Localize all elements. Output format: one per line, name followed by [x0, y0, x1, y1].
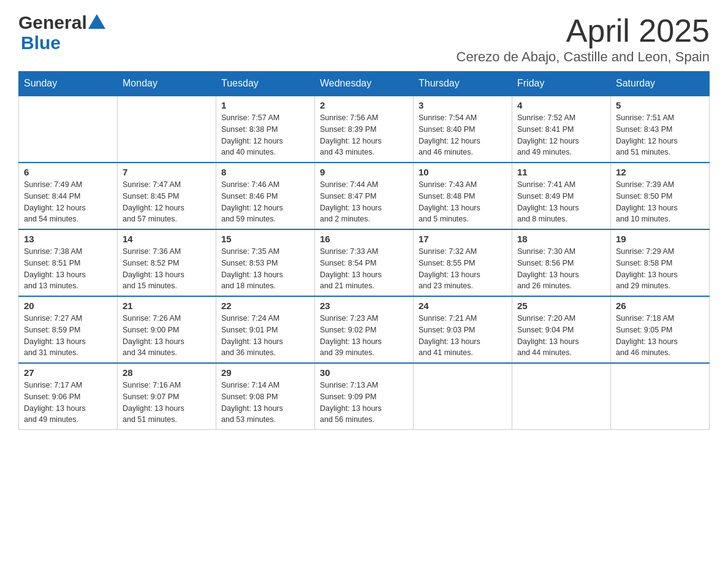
calendar-cell: 11Sunrise: 7:41 AM Sunset: 8:49 PM Dayli…	[512, 163, 611, 229]
calendar-cell: 18Sunrise: 7:30 AM Sunset: 8:56 PM Dayli…	[512, 229, 611, 296]
day-info: Sunrise: 7:46 AM Sunset: 8:46 PM Dayligh…	[221, 179, 309, 225]
page-header: GeneralBlue April 2025 Cerezo de Abajo, …	[18, 12, 710, 65]
calendar-cell: 1Sunrise: 7:57 AM Sunset: 8:38 PM Daylig…	[216, 96, 315, 163]
calendar-cell: 8Sunrise: 7:46 AM Sunset: 8:46 PM Daylig…	[216, 163, 315, 229]
svg-marker-0	[88, 14, 105, 29]
day-info: Sunrise: 7:54 AM Sunset: 8:40 PM Dayligh…	[419, 112, 507, 158]
logo-blue-text: Blue	[18, 33, 61, 53]
calendar-cell: 13Sunrise: 7:38 AM Sunset: 8:51 PM Dayli…	[19, 229, 118, 296]
calendar-cell	[19, 96, 118, 163]
day-info: Sunrise: 7:14 AM Sunset: 9:08 PM Dayligh…	[221, 380, 309, 426]
day-info: Sunrise: 7:18 AM Sunset: 9:05 PM Dayligh…	[616, 313, 704, 359]
day-number: 26	[616, 301, 704, 311]
day-info: Sunrise: 7:33 AM Sunset: 8:54 PM Dayligh…	[320, 246, 408, 292]
calendar-header-row: SundayMondayTuesdayWednesdayThursdayFrid…	[19, 72, 710, 96]
calendar-cell: 21Sunrise: 7:26 AM Sunset: 9:00 PM Dayli…	[118, 296, 216, 363]
day-info: Sunrise: 7:30 AM Sunset: 8:56 PM Dayligh…	[517, 246, 605, 292]
day-number: 30	[320, 367, 408, 378]
day-number: 17	[419, 234, 507, 244]
day-info: Sunrise: 7:39 AM Sunset: 8:50 PM Dayligh…	[616, 179, 704, 225]
calendar-cell	[414, 363, 512, 430]
column-header-monday: Monday	[118, 72, 216, 96]
day-info: Sunrise: 7:35 AM Sunset: 8:53 PM Dayligh…	[221, 246, 309, 292]
calendar-cell: 2Sunrise: 7:56 AM Sunset: 8:39 PM Daylig…	[315, 96, 414, 163]
day-info: Sunrise: 7:56 AM Sunset: 8:39 PM Dayligh…	[320, 112, 408, 158]
calendar-cell: 9Sunrise: 7:44 AM Sunset: 8:47 PM Daylig…	[315, 163, 414, 229]
day-info: Sunrise: 7:24 AM Sunset: 9:01 PM Dayligh…	[221, 313, 309, 359]
day-number: 27	[24, 367, 112, 378]
day-info: Sunrise: 7:38 AM Sunset: 8:51 PM Dayligh…	[24, 246, 112, 292]
day-info: Sunrise: 7:47 AM Sunset: 8:45 PM Dayligh…	[123, 179, 211, 225]
calendar-cell: 6Sunrise: 7:49 AM Sunset: 8:44 PM Daylig…	[19, 163, 118, 229]
location-title: Cerezo de Abajo, Castille and Leon, Spai…	[457, 49, 710, 65]
week-row-5: 27Sunrise: 7:17 AM Sunset: 9:06 PM Dayli…	[19, 363, 710, 430]
day-number: 14	[123, 234, 211, 244]
day-number: 10	[419, 167, 507, 177]
calendar-cell: 29Sunrise: 7:14 AM Sunset: 9:08 PM Dayli…	[216, 363, 315, 430]
week-row-3: 13Sunrise: 7:38 AM Sunset: 8:51 PM Dayli…	[19, 229, 710, 296]
day-number: 7	[123, 167, 211, 177]
day-number: 9	[320, 167, 408, 177]
day-info: Sunrise: 7:44 AM Sunset: 8:47 PM Dayligh…	[320, 179, 408, 225]
day-info: Sunrise: 7:29 AM Sunset: 8:58 PM Dayligh…	[616, 246, 704, 292]
week-row-4: 20Sunrise: 7:27 AM Sunset: 8:59 PM Dayli…	[19, 296, 710, 363]
calendar-cell: 25Sunrise: 7:20 AM Sunset: 9:04 PM Dayli…	[512, 296, 611, 363]
day-number: 6	[24, 167, 112, 177]
day-number: 20	[24, 301, 112, 311]
month-title: April 2025	[457, 12, 710, 49]
day-info: Sunrise: 7:57 AM Sunset: 8:38 PM Dayligh…	[221, 112, 309, 158]
day-number: 12	[616, 167, 704, 177]
calendar-cell: 19Sunrise: 7:29 AM Sunset: 8:58 PM Dayli…	[611, 229, 710, 296]
calendar-cell: 16Sunrise: 7:33 AM Sunset: 8:54 PM Dayli…	[315, 229, 414, 296]
week-row-2: 6Sunrise: 7:49 AM Sunset: 8:44 PM Daylig…	[19, 163, 710, 229]
day-number: 4	[517, 100, 605, 110]
calendar-cell	[118, 96, 216, 163]
day-info: Sunrise: 7:49 AM Sunset: 8:44 PM Dayligh…	[24, 179, 112, 225]
calendar-cell: 3Sunrise: 7:54 AM Sunset: 8:40 PM Daylig…	[414, 96, 512, 163]
calendar-cell: 17Sunrise: 7:32 AM Sunset: 8:55 PM Dayli…	[414, 229, 512, 296]
calendar-cell: 22Sunrise: 7:24 AM Sunset: 9:01 PM Dayli…	[216, 296, 315, 363]
calendar-cell: 26Sunrise: 7:18 AM Sunset: 9:05 PM Dayli…	[611, 296, 710, 363]
calendar-cell: 30Sunrise: 7:13 AM Sunset: 9:09 PM Dayli…	[315, 363, 414, 430]
day-info: Sunrise: 7:52 AM Sunset: 8:41 PM Dayligh…	[517, 112, 605, 158]
day-number: 16	[320, 234, 408, 244]
day-info: Sunrise: 7:20 AM Sunset: 9:04 PM Dayligh…	[517, 313, 605, 359]
day-number: 18	[517, 234, 605, 244]
day-number: 2	[320, 100, 408, 110]
day-info: Sunrise: 7:41 AM Sunset: 8:49 PM Dayligh…	[517, 179, 605, 225]
day-info: Sunrise: 7:13 AM Sunset: 9:09 PM Dayligh…	[320, 380, 408, 426]
logo: GeneralBlue	[18, 12, 107, 53]
logo-triangle-icon	[87, 13, 107, 33]
day-number: 5	[616, 100, 704, 110]
column-header-sunday: Sunday	[19, 72, 118, 96]
calendar-cell: 28Sunrise: 7:16 AM Sunset: 9:07 PM Dayli…	[118, 363, 216, 430]
calendar-cell: 27Sunrise: 7:17 AM Sunset: 9:06 PM Dayli…	[19, 363, 118, 430]
day-number: 21	[123, 301, 211, 311]
day-number: 11	[517, 167, 605, 177]
day-number: 23	[320, 301, 408, 311]
day-number: 25	[517, 301, 605, 311]
column-header-thursday: Thursday	[414, 72, 512, 96]
day-number: 24	[419, 301, 507, 311]
day-info: Sunrise: 7:26 AM Sunset: 9:00 PM Dayligh…	[123, 313, 211, 359]
day-info: Sunrise: 7:27 AM Sunset: 8:59 PM Dayligh…	[24, 313, 112, 359]
calendar-cell: 24Sunrise: 7:21 AM Sunset: 9:03 PM Dayli…	[414, 296, 512, 363]
calendar-cell: 14Sunrise: 7:36 AM Sunset: 8:52 PM Dayli…	[118, 229, 216, 296]
day-info: Sunrise: 7:51 AM Sunset: 8:43 PM Dayligh…	[616, 112, 704, 158]
column-header-saturday: Saturday	[611, 72, 710, 96]
title-block: April 2025 Cerezo de Abajo, Castille and…	[457, 12, 710, 65]
column-header-tuesday: Tuesday	[216, 72, 315, 96]
day-number: 13	[24, 234, 112, 244]
day-number: 15	[221, 234, 309, 244]
day-number: 8	[221, 167, 309, 177]
calendar-cell: 12Sunrise: 7:39 AM Sunset: 8:50 PM Dayli…	[611, 163, 710, 229]
column-header-friday: Friday	[512, 72, 611, 96]
day-info: Sunrise: 7:23 AM Sunset: 9:02 PM Dayligh…	[320, 313, 408, 359]
day-number: 29	[221, 367, 309, 378]
day-info: Sunrise: 7:21 AM Sunset: 9:03 PM Dayligh…	[419, 313, 507, 359]
day-number: 28	[123, 367, 211, 378]
day-info: Sunrise: 7:32 AM Sunset: 8:55 PM Dayligh…	[419, 246, 507, 292]
calendar-table: SundayMondayTuesdayWednesdayThursdayFrid…	[18, 71, 710, 430]
day-info: Sunrise: 7:36 AM Sunset: 8:52 PM Dayligh…	[123, 246, 211, 292]
calendar-cell: 10Sunrise: 7:43 AM Sunset: 8:48 PM Dayli…	[414, 163, 512, 229]
